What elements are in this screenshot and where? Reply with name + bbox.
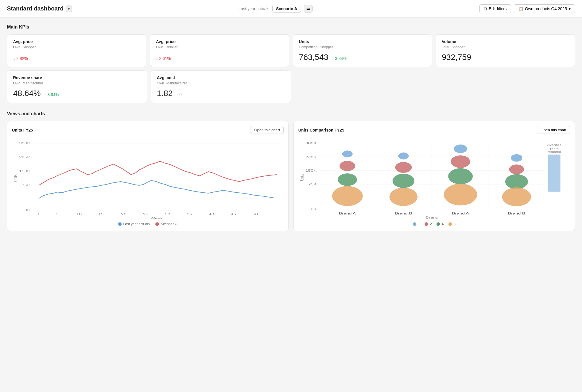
chart-card-units-comparison: Units Comparison FY25 Open this chart 30… [293, 121, 575, 231]
main-kpis-section-title: Main KPIs [7, 24, 575, 30]
bubble-dot-4 [436, 222, 440, 226]
svg-text:225K: 225K [19, 155, 31, 159]
bubble-chart-svg: 300K 225K 150K 75K 0K Units Brand A Bran… [298, 137, 570, 219]
svg-rect-60 [548, 155, 560, 192]
down-arrow-icon-1: ↓ [13, 56, 15, 61]
products-button[interactable]: 📋 Own products Q4 2025 ▾ [514, 4, 575, 13]
svg-text:25: 25 [143, 212, 148, 216]
svg-text:40: 40 [209, 212, 214, 216]
svg-text:35: 35 [187, 212, 192, 216]
chart2-legend: 1 2 4 8 [298, 222, 570, 226]
svg-text:Brand A: Brand A [452, 212, 469, 215]
kpi-sub-4a: Total [442, 45, 449, 49]
kpi-sub-6a: Own [157, 81, 164, 85]
svg-text:1: 1 [37, 212, 40, 216]
svg-point-45 [340, 161, 355, 171]
svg-text:0K: 0K [311, 207, 317, 211]
bubble-dot-8 [448, 222, 452, 226]
svg-text:225K: 225K [306, 155, 317, 159]
top-bar-left: Standard dashboard ▾ [7, 5, 72, 12]
kpi-sub-6b: Manufacturer [166, 81, 187, 85]
top-bar: Standard dashboard ▾ Last year actuals S… [0, 0, 582, 17]
kpi-label-6: Avg. cost [157, 75, 285, 80]
svg-point-59 [502, 187, 531, 206]
kpi-label-1: Avg. price [13, 39, 140, 44]
bubble-dot-1 [413, 222, 416, 226]
kpi-change-5: ↑ 3.84% [44, 92, 59, 97]
svg-point-47 [332, 186, 363, 206]
svg-text:Brand: Brand [425, 216, 438, 219]
bubble-legend-1: 1 [413, 222, 420, 226]
svg-text:realized: realized [547, 150, 561, 153]
down-arrow-icon-2: ↓ [156, 56, 158, 61]
kpi-change-3: ↑ 3.84% [332, 56, 347, 61]
products-chevron-icon: ▾ [569, 6, 571, 11]
svg-point-55 [444, 184, 477, 205]
edit-filters-button[interactable]: ⊟ Edit filters [479, 4, 511, 13]
kpi-change-6: ↑ 0 [176, 92, 182, 97]
svg-text:Units: Units [13, 174, 18, 182]
kpi-sub-6: Own Manufacturer [157, 81, 285, 85]
kpi-sub-5a: Own [13, 81, 20, 85]
svg-text:150K: 150K [306, 169, 317, 172]
top-bar-center: Last year actuals Scenario A ⇄ [239, 5, 313, 13]
kpi-label-4: Volume [442, 39, 569, 44]
kpi-card-volume: Volume Total Shopper 932,759 [436, 34, 575, 67]
bubble-label-1: 1 [418, 222, 420, 226]
open-chart2-button[interactable]: Open this chart [537, 126, 570, 134]
kpi-value-3: 763,543 [299, 53, 328, 62]
bubble-label-2: 2 [430, 222, 432, 226]
kpi-sub-2a: Own [156, 45, 163, 49]
bubble-dot-2 [425, 222, 428, 226]
kpi-value-6: 1.82 [157, 89, 173, 98]
svg-text:300K: 300K [19, 141, 31, 145]
svg-text:15: 15 [98, 212, 104, 216]
svg-point-52 [454, 145, 467, 153]
legend-label-last-year: Last year actuals [123, 222, 150, 226]
svg-point-50 [393, 174, 414, 188]
dashboard-title: Standard dashboard [7, 5, 63, 12]
svg-point-57 [509, 164, 524, 174]
kpi-label-5: Revenue share [13, 75, 141, 80]
kpi-inline-5: 48.64% ↑ 3.84% [13, 89, 141, 98]
swap-button[interactable]: ⇄ [304, 5, 313, 13]
bubble-legend-4: 4 [436, 222, 444, 226]
comparison-label: Last year actuals [239, 6, 269, 11]
legend-label-scenario-a: Scenario A [161, 222, 178, 226]
svg-point-51 [389, 188, 417, 206]
svg-text:300K: 300K [306, 141, 317, 145]
svg-text:0K: 0K [24, 208, 31, 212]
up-arrow-icon-3: ↑ [332, 56, 334, 61]
svg-text:50: 50 [253, 212, 258, 216]
svg-text:Units: Units [299, 174, 305, 181]
views-charts-section-title: Views and charts [7, 111, 575, 116]
scenario-badge: Scenario A [272, 5, 301, 13]
legend-item-scenario-a: Scenario A [155, 222, 178, 226]
filter-button-label: Edit filters [489, 6, 507, 11]
dashboard-dropdown-button[interactable]: ▾ [66, 6, 72, 12]
open-chart1-button[interactable]: Open this chart [251, 126, 284, 134]
svg-text:Average: Average [547, 144, 562, 146]
bubble-legend-2: 2 [425, 222, 432, 226]
bubble-legend-8: 8 [448, 222, 456, 226]
kpi-value-1: ↓ 2.92% [13, 53, 140, 62]
svg-point-46 [338, 173, 357, 186]
charts-grid: Units FY25 Open this chart 300K 225K 150… [7, 121, 575, 231]
chart1-header: Units FY25 Open this chart [12, 126, 284, 134]
svg-point-48 [398, 152, 409, 159]
kpi-value-5: 48.64% [13, 89, 41, 98]
svg-point-58 [505, 174, 528, 189]
svg-text:45: 45 [231, 212, 236, 216]
kpi-inline-3: 763,543 ↑ 3.84% [299, 53, 426, 62]
chart1-title: Units FY25 [12, 128, 33, 132]
svg-point-54 [448, 168, 473, 184]
svg-text:20: 20 [121, 212, 127, 216]
chart2-header: Units Comparison FY25 Open this chart [298, 126, 570, 134]
legend-dot-blue [118, 222, 122, 226]
svg-point-56 [511, 154, 522, 162]
kpi-sub-4: Total Shopper [442, 45, 569, 49]
top-bar-right: ⊟ Edit filters 📋 Own products Q4 2025 ▾ [479, 4, 575, 13]
kpi-empty-spacer [294, 70, 575, 103]
up-arrow-icon-5: ↑ [44, 92, 46, 97]
svg-text:30: 30 [165, 212, 171, 216]
